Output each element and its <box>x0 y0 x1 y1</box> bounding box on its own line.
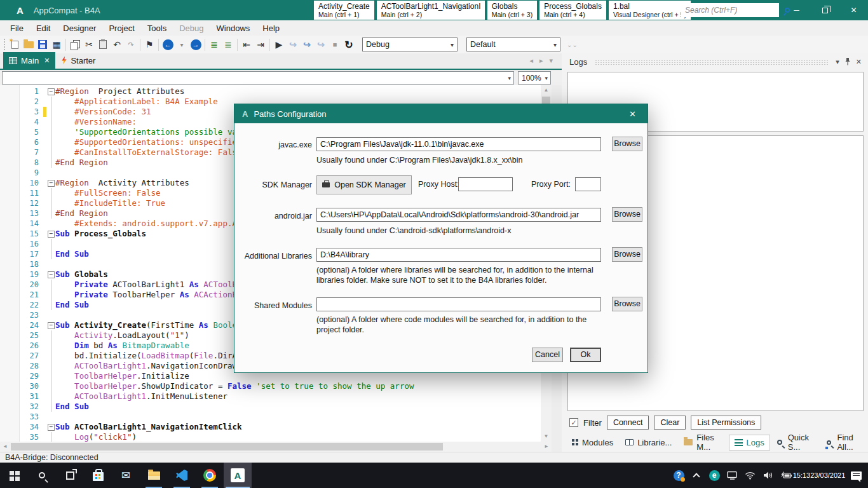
tab-list-dropdown-icon[interactable]: ▾ <box>549 57 553 65</box>
dialog-close-icon[interactable]: ✕ <box>625 108 640 120</box>
quick-tab[interactable]: Process_GlobalsMain (ctrl + 4) <box>539 1 606 20</box>
scroll-down-icon[interactable]: ▼ <box>541 431 552 442</box>
battery-tray-button[interactable] <box>776 463 794 488</box>
eset-tray-button[interactable]: e <box>705 463 723 488</box>
taskbar-search-button[interactable] <box>28 463 56 488</box>
zoom-select[interactable]: 100% <box>518 71 551 85</box>
panel-menu-icon[interactable]: ▾ <box>836 58 839 66</box>
open-project-icon[interactable] <box>22 37 36 51</box>
scroll-right-icon[interactable]: ► <box>541 442 552 452</box>
copy-icon[interactable] <box>68 37 82 51</box>
cancel-button[interactable]: Cancel <box>532 348 563 362</box>
menu-item-help[interactable]: Help <box>256 22 286 35</box>
scroll-left-icon[interactable]: ◄ <box>0 442 10 452</box>
panel-close-icon[interactable]: ✕ <box>856 58 862 66</box>
pin-icon[interactable] <box>844 57 851 67</box>
clear-button[interactable]: Clear <box>654 416 686 430</box>
javac-path-input[interactable] <box>316 137 601 151</box>
code-line[interactable]: 33 <box>0 412 541 422</box>
connect-button[interactable]: Connect <box>607 416 649 430</box>
minimize-button[interactable]: ─ <box>782 0 811 20</box>
ok-button[interactable]: Ok <box>570 348 601 362</box>
redo-icon[interactable]: ↷ <box>124 37 138 51</box>
bookmark-icon[interactable]: ⚑ <box>142 37 156 51</box>
code-line[interactable]: 1−#Region Project Attributes <box>0 86 541 97</box>
build-flavor-select[interactable]: Default <box>466 37 560 51</box>
fold-collapse-icon[interactable]: − <box>46 178 55 188</box>
code-line[interactable]: 34−Sub ACToolBarLight1_NavigationItemCli… <box>0 422 541 432</box>
navigate-back-icon[interactable]: ← <box>161 37 175 51</box>
tab-scroll-right-icon[interactable]: ▸ <box>539 57 543 65</box>
quick-tab[interactable]: GlobalsMain (ctrl + 3) <box>487 1 537 20</box>
menu-item-project[interactable]: Project <box>102 22 140 35</box>
quick-tab[interactable]: Activity_CreateMain (ctrl + 1) <box>314 1 374 20</box>
navigate-back-dropdown[interactable]: ▾ <box>175 37 189 51</box>
fold-collapse-icon[interactable]: − <box>46 86 55 97</box>
chrome-button[interactable] <box>196 463 224 488</box>
bottom-tab-modules[interactable]: Modules <box>567 435 618 450</box>
cast-tray-button[interactable] <box>723 463 741 488</box>
mail-button[interactable]: ✉ <box>112 463 140 488</box>
store-button[interactable] <box>84 463 112 488</box>
menu-item-windows[interactable]: Windows <box>210 22 257 35</box>
tab-close-icon[interactable]: ✕ <box>44 57 50 65</box>
fold-collapse-icon[interactable]: − <box>46 229 55 239</box>
tray-expand-button[interactable] <box>688 463 705 488</box>
tab-scroll-left-icon[interactable]: ◂ <box>529 57 533 65</box>
scroll-up-icon[interactable]: ▲ <box>541 85 552 95</box>
restore-button[interactable] <box>811 0 839 20</box>
list-permissions-button[interactable]: List Permissions <box>691 416 761 430</box>
toolbar-overflow-icon[interactable]: ⌄⌄ <box>567 41 578 48</box>
quick-tab[interactable]: 1.balVisual Designer (ctrl + 5) <box>609 1 691 20</box>
save-icon[interactable] <box>36 37 50 51</box>
search-box[interactable] <box>681 3 779 17</box>
code-line[interactable]: 35 Log("click1") <box>0 432 541 442</box>
fold-collapse-icon[interactable]: − <box>46 269 55 280</box>
taskbar-clock[interactable]: 15:13 23/03/2021 <box>794 463 844 488</box>
file-explorer-button[interactable] <box>140 463 168 488</box>
additional-libraries-browse-button[interactable]: Browse <box>612 247 642 262</box>
fold-collapse-icon[interactable]: − <box>46 320 55 330</box>
stop-icon[interactable]: ■ <box>328 37 342 51</box>
bottom-tab-logs[interactable]: Logs <box>729 435 770 451</box>
horizontal-scroll-thumb[interactable] <box>11 443 443 451</box>
bottom-tab-librarie[interactable]: Librarie... <box>620 435 677 450</box>
menu-item-edit[interactable]: Edit <box>30 22 57 35</box>
menu-item-designer[interactable]: Designer <box>57 22 102 35</box>
proxy-host-input[interactable] <box>458 177 513 191</box>
code-line[interactable]: 31 ACToolBarLight1.InitMenuListener <box>0 391 541 402</box>
start-button[interactable] <box>0 463 28 488</box>
member-navigator-select[interactable] <box>2 71 514 85</box>
javac-browse-button[interactable]: Browse <box>612 137 642 151</box>
open-sdk-manager-button[interactable]: Open SDK Manager <box>316 175 412 194</box>
tab-starter[interactable]: Starter <box>55 52 101 69</box>
quick-tab[interactable]: ACToolBarLight1_NavigationIMain (ctrl + … <box>377 1 485 20</box>
undo-icon[interactable]: ↶ <box>110 37 124 51</box>
uncomment-icon[interactable]: ≣ <box>221 37 235 51</box>
step-into-icon[interactable]: ↪ <box>314 37 328 51</box>
paste-icon[interactable] <box>96 37 110 51</box>
volume-tray-button[interactable] <box>759 463 776 488</box>
code-line[interactable]: 30 ToolbarHelper.ShowUpIndicator = False… <box>0 381 541 391</box>
proxy-port-input[interactable] <box>575 177 601 191</box>
notification-center-button[interactable] <box>844 463 868 488</box>
cut-icon[interactable]: ✂ <box>82 37 96 51</box>
editor-horizontal-scrollbar[interactable]: ◄ ► <box>0 442 552 452</box>
wifi-tray-button[interactable] <box>741 463 759 488</box>
run-icon[interactable]: ▶ <box>272 37 286 51</box>
shared-modules-browse-button[interactable]: Browse <box>612 297 642 311</box>
b4a-taskbar-button[interactable]: A <box>224 463 252 488</box>
shared-modules-input[interactable] <box>316 297 601 311</box>
additional-libraries-input[interactable] <box>316 248 601 262</box>
menu-item-tools[interactable]: Tools <box>141 22 173 35</box>
navigate-forward-icon[interactable]: → <box>189 37 203 51</box>
code-line[interactable]: 32End Sub <box>0 402 541 412</box>
indent-icon[interactable]: ⇥ <box>254 37 268 51</box>
build-configuration-select[interactable]: Debug <box>362 37 458 51</box>
android-jar-path-input[interactable] <box>316 208 601 222</box>
bottom-tab-quick-s[interactable]: Quick S... <box>772 430 820 454</box>
menu-item-file[interactable]: File <box>4 22 30 35</box>
modules-icon[interactable]: ▦ <box>50 37 64 51</box>
outdent-icon[interactable]: ⇤ <box>240 37 254 51</box>
bottom-tab-files-m[interactable]: Files M... <box>679 430 726 454</box>
